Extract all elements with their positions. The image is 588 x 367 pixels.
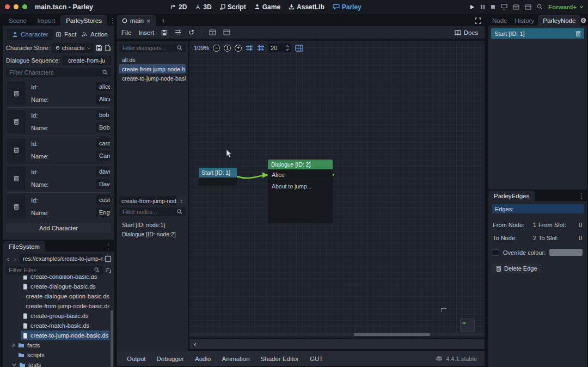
profiler-icon[interactable] xyxy=(537,4,543,10)
test-dialogue-icon[interactable] xyxy=(223,29,230,35)
file-row-selected[interactable]: create-to-jump-node-basic.ds xyxy=(21,331,109,340)
docs-button[interactable]: Docs xyxy=(455,29,478,36)
folder-row[interactable]: scripts xyxy=(5,350,109,360)
character-name-input[interactable]: Alice xyxy=(96,94,110,104)
character-id-input[interactable]: custom:englebert xyxy=(96,195,110,205)
folder-row[interactable]: facts xyxy=(5,340,109,350)
tab-filesystem[interactable]: FileSystem xyxy=(3,241,45,252)
movie-writer-icon[interactable] xyxy=(525,4,531,10)
dialogue-file-item-selected[interactable]: create-from-jump-node-b... xyxy=(119,64,186,74)
bottom-tab-animation[interactable]: Animation xyxy=(216,356,255,362)
start-node-header[interactable]: Start [ID: 1] xyxy=(199,168,237,178)
graph-node-start[interactable]: Start [ID: 1] xyxy=(199,168,237,186)
collapse-left-icon[interactable]: ‹ xyxy=(189,340,197,348)
undo-icon[interactable]: ↺ xyxy=(188,29,194,36)
nav-back-icon[interactable]: ‹ xyxy=(5,255,11,263)
new-store-icon[interactable] xyxy=(105,45,111,51)
bottom-tab-audio[interactable]: Audio xyxy=(189,356,216,362)
renderer-selector[interactable]: Forward+ xyxy=(548,4,584,10)
trash-icon[interactable] xyxy=(575,30,581,36)
save-icon[interactable] xyxy=(161,29,168,36)
filter-nodes-input[interactable]: Filter nodes... xyxy=(119,207,186,216)
remote-debug-icon[interactable] xyxy=(501,4,507,10)
menu-assetlib[interactable]: AssetLib xyxy=(289,3,324,11)
file-row[interactable]: create-match-basic.ds xyxy=(5,321,109,331)
dialogue-file-item[interactable]: all.ds xyxy=(119,55,186,64)
filter-characters-input[interactable]: Filter Characters xyxy=(6,68,111,77)
file-row[interactable]: create-group-basic.ds xyxy=(5,311,109,321)
menu-game[interactable]: Game xyxy=(254,3,280,11)
store-tab-fact[interactable]: Fact xyxy=(53,31,78,38)
menu-insert[interactable]: Insert xyxy=(139,29,155,36)
character-name-input[interactable]: Englebert xyxy=(96,207,110,217)
graph-node-dialogue[interactable]: Dialogue [ID: 2] Alice About to jump... xyxy=(268,160,333,223)
tab-history[interactable]: History xyxy=(511,15,538,26)
filesystem-path[interactable]: res://examples/create-to-jump-nod xyxy=(20,254,103,264)
folder-row[interactable]: tests xyxy=(5,360,109,367)
nav-forward-icon[interactable]: › xyxy=(13,255,18,263)
dock-nav-back-icon[interactable] xyxy=(580,17,586,23)
filter-files-input[interactable]: Filter Files xyxy=(5,266,103,274)
export-icon[interactable] xyxy=(175,29,181,35)
bottom-tab-shader-editor[interactable]: Shader Editor xyxy=(255,356,304,362)
menu-file[interactable]: File xyxy=(121,29,132,36)
parleyedges-menu-icon[interactable]: ⋮ xyxy=(576,192,587,200)
file-row[interactable]: create-dialogue-option-basic.ds xyxy=(5,291,109,301)
graph-hscroll-track[interactable] xyxy=(189,333,485,336)
filesystem-menu-icon[interactable]: ⋮ xyxy=(103,243,114,250)
graph-hscroll-thumb[interactable] xyxy=(354,333,430,336)
file-row[interactable]: create-condition-basic.ds xyxy=(5,276,109,282)
add-character-button[interactable]: Add Character xyxy=(6,223,111,233)
window-zoom-button[interactable] xyxy=(22,4,27,9)
run-dialogue-icon[interactable] xyxy=(209,29,216,35)
sequence-menu-button[interactable]: ⋮ xyxy=(178,196,186,205)
dialogue-node-header[interactable]: Dialogue [ID: 2] xyxy=(268,160,333,169)
delete-character-button[interactable] xyxy=(7,82,26,105)
store-tab-action[interactable]: Action xyxy=(79,31,110,38)
character-name-input[interactable]: Carol xyxy=(96,151,110,161)
pause-button[interactable] xyxy=(480,4,485,10)
character-store-dropdown[interactable]: characte xyxy=(52,43,94,53)
window-close-button[interactable] xyxy=(5,4,10,9)
bottom-tab-output[interactable]: Output xyxy=(121,356,151,362)
graph-canvas[interactable]: 109% − 1 + 20 Start [ID: 1] Dialogue [ID… xyxy=(189,41,485,338)
character-id-input[interactable]: carol xyxy=(96,138,110,148)
expand-graph-icon[interactable] xyxy=(475,17,481,24)
selected-node-item[interactable]: Start [ID: 1] xyxy=(491,28,584,39)
stop-button[interactable] xyxy=(491,4,495,9)
add-tab-icon[interactable]: + xyxy=(161,16,166,25)
delete-character-button[interactable] xyxy=(7,167,26,190)
dialogue-sequence-dropdown[interactable]: create-from-ju xyxy=(62,56,111,65)
character-name-input[interactable]: Dave xyxy=(96,179,110,189)
menu-2d[interactable]: 2D xyxy=(170,3,187,11)
character-id-input[interactable]: bob xyxy=(96,110,110,120)
tab-parleyedges[interactable]: ParleyEdges xyxy=(488,191,535,201)
bottom-tab-gut[interactable]: GUT xyxy=(304,356,328,362)
filter-dialogues-input[interactable]: Filter dialogues... xyxy=(119,44,186,52)
delete-character-button[interactable] xyxy=(7,195,26,218)
dialogue-file-item[interactable]: create-to-jump-node-basi... xyxy=(119,74,186,83)
menu-3d[interactable]: 3D xyxy=(195,3,211,11)
filesystem-scrollbar[interactable] xyxy=(111,310,113,367)
menu-script[interactable]: Script xyxy=(220,3,246,11)
override-colour-swatch[interactable] xyxy=(549,249,583,256)
file-row[interactable]: create-dialogue-basic.ds xyxy=(5,282,109,291)
play-button[interactable] xyxy=(469,4,475,10)
delete-character-button[interactable] xyxy=(7,110,26,133)
window-minimize-button[interactable] xyxy=(14,4,19,9)
movie-maker-icon[interactable] xyxy=(513,4,519,10)
file-row[interactable]: create-from-jump-node-basic.ds xyxy=(5,301,109,311)
bottom-tab-debugger[interactable]: Debugger xyxy=(151,356,190,362)
override-colour-checkbox[interactable] xyxy=(493,249,499,256)
tab-parleystores[interactable]: ParleyStores xyxy=(60,15,107,26)
delete-character-button[interactable] xyxy=(7,138,26,162)
tab-import[interactable]: Import xyxy=(32,15,61,26)
save-store-icon[interactable] xyxy=(96,45,102,51)
tab-node[interactable]: Node xyxy=(488,15,511,26)
character-id-input[interactable]: alice xyxy=(96,82,110,91)
character-id-input[interactable]: dave xyxy=(96,167,110,176)
tab-scene[interactable]: Scene xyxy=(3,15,32,26)
node-list-item[interactable]: Start [ID: node:1] xyxy=(119,220,186,229)
sequence-name-input[interactable]: create-from-jump-nod xyxy=(119,196,176,205)
delete-edge-button[interactable]: Delete Edge xyxy=(492,264,542,273)
